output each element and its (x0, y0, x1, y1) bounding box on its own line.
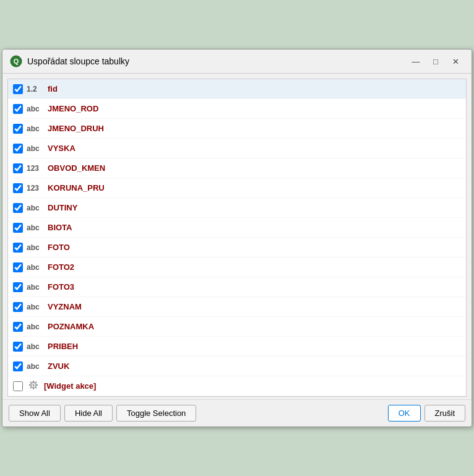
column-checkbox[interactable] (13, 144, 23, 154)
list-item[interactable]: abcZVUK (8, 357, 466, 376)
list-item[interactable]: 123KORUNA_PRU (8, 178, 466, 198)
list-item[interactable]: [Widget akce] (8, 376, 466, 396)
maximize-button[interactable]: □ (427, 54, 444, 68)
field-name: FOTO (48, 243, 70, 252)
show-all-button[interactable]: Show All (9, 405, 61, 422)
list-item[interactable]: 123OBVOD_KMEN (8, 158, 466, 178)
close-button[interactable]: ✕ (447, 54, 464, 68)
column-checkbox[interactable] (13, 381, 23, 391)
column-checkbox[interactable] (13, 163, 23, 173)
list-item[interactable]: abcFOTO2 (8, 257, 466, 277)
type-badge: abc (27, 223, 44, 232)
list-item[interactable]: 1.2fid (8, 79, 466, 99)
footer: Show All Hide All Toggle Selection OK Zr… (2, 399, 472, 426)
list-item[interactable]: abcDUTINY (8, 198, 466, 218)
column-checkbox[interactable] (13, 124, 23, 134)
column-checkbox[interactable] (13, 203, 23, 213)
type-badge: abc (27, 283, 44, 292)
hide-all-button[interactable]: Hide All (64, 405, 113, 422)
list-item[interactable]: abcJMENO_ROD (8, 99, 466, 119)
svg-line-7 (30, 387, 31, 388)
column-checkbox[interactable] (13, 262, 23, 272)
column-checkbox[interactable] (13, 342, 23, 352)
type-badge: abc (27, 322, 44, 331)
ok-button[interactable]: OK (388, 405, 421, 422)
field-name: VYSKA (48, 144, 75, 153)
column-checkbox[interactable] (13, 243, 23, 253)
field-name: BIOTA (48, 223, 72, 232)
field-name: VYZNAM (48, 302, 82, 311)
column-checkbox[interactable] (13, 361, 23, 371)
minimize-button[interactable]: — (407, 54, 424, 68)
list-item[interactable]: abcPRIBEH (8, 337, 466, 357)
field-name: FOTO2 (48, 262, 74, 272)
field-name: OBVOD_KMEN (48, 163, 105, 173)
svg-line-5 (36, 387, 37, 388)
field-name: DUTINY (48, 203, 77, 212)
column-checkbox[interactable] (13, 223, 23, 233)
list-item[interactable]: abcBIOTA (8, 218, 466, 238)
type-badge: abc (27, 124, 44, 133)
type-badge: abc (27, 263, 44, 272)
field-name: PRIBEH (48, 342, 78, 351)
app-icon: Q (10, 55, 22, 67)
title-bar-left: Q Uspořádat sloupce tabulky (10, 55, 129, 67)
title-bar: Q Uspořádat sloupce tabulky — □ ✕ (2, 50, 472, 74)
svg-point-3 (33, 384, 35, 386)
column-list: 1.2fidabcJMENO_RODabcJMENO_DRUHabcVYSKA1… (7, 79, 467, 397)
type-badge: abc (27, 362, 44, 371)
list-item[interactable]: abcPOZNAMKA (8, 317, 466, 337)
title-bar-controls: — □ ✕ (407, 54, 464, 68)
list-item[interactable]: abcVYZNAM (8, 297, 466, 317)
column-checkbox[interactable] (13, 282, 23, 292)
field-name: [Widget akce] (44, 381, 96, 391)
field-name: KORUNA_PRU (48, 183, 105, 193)
field-name: fid (48, 84, 58, 93)
column-checkbox[interactable] (13, 302, 23, 312)
field-name: FOTO3 (48, 282, 74, 292)
type-badge: abc (27, 204, 44, 212)
list-item[interactable]: abcVYSKA (8, 139, 466, 158)
svg-text:Q: Q (14, 58, 19, 65)
type-badge: abc (27, 105, 44, 113)
list-item[interactable]: abcFOTO3 (8, 277, 466, 297)
list-item[interactable]: abcFOTO (8, 238, 466, 257)
column-checkbox[interactable] (13, 84, 23, 94)
field-name: JMENO_ROD (48, 104, 98, 113)
type-badge: 123 (27, 184, 44, 193)
svg-line-11 (36, 382, 37, 383)
type-badge: abc (27, 303, 44, 311)
type-badge: abc (27, 342, 44, 351)
toggle-selection-button[interactable]: Toggle Selection (116, 405, 196, 422)
cancel-button[interactable]: Zrušit (424, 405, 466, 422)
field-name: POZNAMKA (48, 322, 94, 331)
column-checkbox[interactable] (13, 183, 23, 193)
list-item[interactable]: abcJMENO_DRUH (8, 119, 466, 139)
type-badge: 123 (27, 164, 44, 173)
type-badge: 1.2 (27, 85, 44, 93)
field-name: ZVUK (48, 361, 69, 371)
column-checkbox[interactable] (13, 322, 23, 332)
footer-right-buttons: OK Zrušit (388, 405, 465, 422)
window-title: Uspořádat sloupce tabulky (27, 56, 129, 66)
svg-line-9 (30, 382, 31, 383)
widget-icon (27, 378, 40, 394)
footer-left-buttons: Show All Hide All Toggle Selection (9, 405, 196, 422)
column-checkbox[interactable] (13, 104, 23, 114)
dialog-window: Q Uspořádat sloupce tabulky — □ ✕ 1.2fid… (2, 49, 472, 427)
type-badge: abc (27, 144, 44, 153)
type-badge: abc (27, 243, 44, 252)
field-name: JMENO_DRUH (48, 124, 104, 133)
